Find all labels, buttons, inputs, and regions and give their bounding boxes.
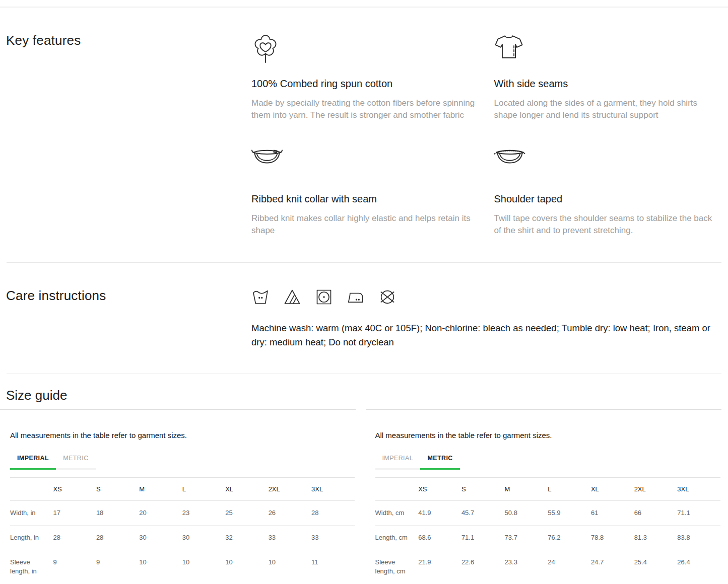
table-cell: 28 [96, 526, 139, 550]
column-header: 3XL [311, 477, 354, 501]
unit-tabs: IMPERIAL METRIC [375, 455, 721, 470]
feature-description: Ribbed knit makes collar highly elastic … [251, 212, 478, 236]
tumble-dry-low-icon [315, 288, 333, 306]
table-row: Length, cm 68.6 71.1 73.7 76.2 78.8 81.3… [375, 526, 721, 550]
table-cell: 78.8 [591, 526, 634, 550]
cotton-flower-icon [251, 33, 478, 66]
table-cell: 50.8 [505, 501, 548, 526]
table-cell: 23 [182, 501, 225, 526]
table-cell: 71.1 [461, 526, 505, 550]
table-cell: 10 [139, 550, 182, 584]
feature-cotton: 100% Combed ring spun cotton Made by spe… [251, 33, 478, 121]
care-instructions-body: Machine wash: warm (max 40C or 105F); No… [251, 288, 721, 349]
feature-title: With side seams [494, 78, 721, 90]
table-cell: 28 [311, 501, 354, 526]
table-cell: 83.8 [677, 526, 720, 550]
column-header: M [139, 477, 182, 501]
table-cell: 81.3 [634, 526, 678, 550]
table-header-row: XS S M L XL 2XL 3XL [375, 477, 721, 501]
key-features-section: Key features 100% Combed ring spun cotto… [0, 8, 728, 262]
column-header: XS [53, 477, 96, 501]
table-cell: 45.7 [461, 501, 505, 526]
table-cell: 55.9 [548, 501, 591, 526]
row-label: Width, in [10, 501, 53, 526]
column-header: XS [418, 477, 461, 501]
care-instructions-text: Machine wash: warm (max 40C or 105F); No… [251, 321, 721, 349]
table-header-row: XS S M L XL 2XL 3XL [10, 477, 355, 501]
table-cell: 26.4 [677, 550, 720, 584]
tab-metric[interactable]: METRIC [420, 455, 460, 470]
column-header: L [182, 477, 225, 501]
table-cell: 10 [225, 550, 268, 584]
tab-imperial[interactable]: IMPERIAL [375, 455, 421, 470]
column-header: XL [225, 477, 268, 501]
do-not-dryclean-icon [378, 288, 396, 306]
section-divider [7, 374, 721, 374]
table-row: Width, in 17 18 20 23 25 26 28 [10, 501, 355, 526]
measurements-note: All measurements in the table refer to g… [10, 431, 355, 440]
row-label: Length, in [10, 526, 53, 550]
column-header: M [505, 477, 548, 501]
table-cell: 73.7 [505, 526, 548, 550]
table-cell: 23.3 [505, 550, 548, 584]
size-table-imperial: XS S M L XL 2XL 3XL Width, in 17 18 20 2… [10, 477, 355, 583]
table-cell: 25.4 [634, 550, 678, 584]
care-instructions-heading: Care instructions [6, 288, 251, 349]
size-guide-panels: All measurements in the table refer to g… [0, 409, 721, 584]
table-cell: 32 [225, 526, 268, 550]
feature-side-seams: With side seams Located along the sides … [494, 33, 721, 121]
feature-description: Made by specially treating the cotton fi… [251, 97, 478, 121]
column-header: 2XL [269, 477, 311, 501]
corner-cell [375, 477, 419, 501]
measurements-note: All measurements in the table refer to g… [375, 431, 721, 440]
column-header: S [461, 477, 505, 501]
size-guide-heading: Size guide [6, 388, 721, 403]
column-header: 3XL [677, 477, 720, 501]
table-row: Length, in 28 28 30 30 32 33 33 [10, 526, 355, 550]
feature-description: Twill tape covers the shoulder seams to … [494, 212, 721, 236]
table-cell: 11 [311, 550, 354, 584]
taped-collar-icon [494, 148, 721, 181]
row-label: Sleeve length, cm [375, 550, 419, 584]
feature-description: Located along the sides of a garment, th… [494, 97, 721, 121]
machine-wash-warm-icon [251, 288, 270, 306]
column-header: XL [591, 477, 634, 501]
table-cell: 24 [548, 550, 591, 584]
feature-title: Shoulder taped [494, 193, 721, 205]
unit-tabs: IMPERIAL METRIC [10, 455, 355, 470]
table-cell: 20 [139, 501, 182, 526]
feature-title: Ribbed knit collar with seam [251, 193, 478, 205]
table-cell: 10 [269, 550, 311, 584]
row-label: Length, cm [375, 526, 419, 550]
tab-imperial[interactable]: IMPERIAL [10, 455, 56, 470]
table-cell: 30 [139, 526, 182, 550]
tab-metric[interactable]: METRIC [56, 455, 96, 470]
row-label: Sleeve length, in [10, 550, 53, 584]
size-table-metric: XS S M L XL 2XL 3XL Width, cm 41.9 45.7 … [375, 477, 721, 583]
table-cell: 33 [269, 526, 311, 550]
table-cell: 9 [96, 550, 139, 584]
table-cell: 10 [182, 550, 225, 584]
column-header: 2XL [634, 477, 678, 501]
feature-title: 100% Combed ring spun cotton [251, 78, 478, 90]
table-row: Width, cm 41.9 45.7 50.8 55.9 61 66 71.1 [375, 501, 721, 526]
care-instructions-section: Care instructions [0, 263, 728, 374]
column-header: L [548, 477, 591, 501]
non-chlorine-bleach-icon [283, 288, 301, 306]
table-cell: 18 [96, 501, 139, 526]
size-guide-panel-metric: All measurements in the table refer to g… [366, 409, 722, 584]
column-header: S [96, 477, 139, 501]
table-cell: 71.1 [677, 501, 720, 526]
table-cell: 26 [269, 501, 311, 526]
table-cell: 68.6 [418, 526, 461, 550]
table-cell: 33 [311, 526, 354, 550]
row-label: Width, cm [375, 501, 419, 526]
corner-cell [10, 477, 53, 501]
table-row: Sleeve length, cm 21.9 22.6 23.3 24 24.7… [375, 550, 721, 584]
table-cell: 9 [53, 550, 96, 584]
table-cell: 25 [225, 501, 268, 526]
table-cell: 21.9 [418, 550, 461, 584]
table-cell: 61 [591, 501, 634, 526]
key-features-heading: Key features [6, 33, 251, 262]
feature-shoulder-taped: Shoulder taped Twill tape covers the sho… [494, 148, 721, 236]
